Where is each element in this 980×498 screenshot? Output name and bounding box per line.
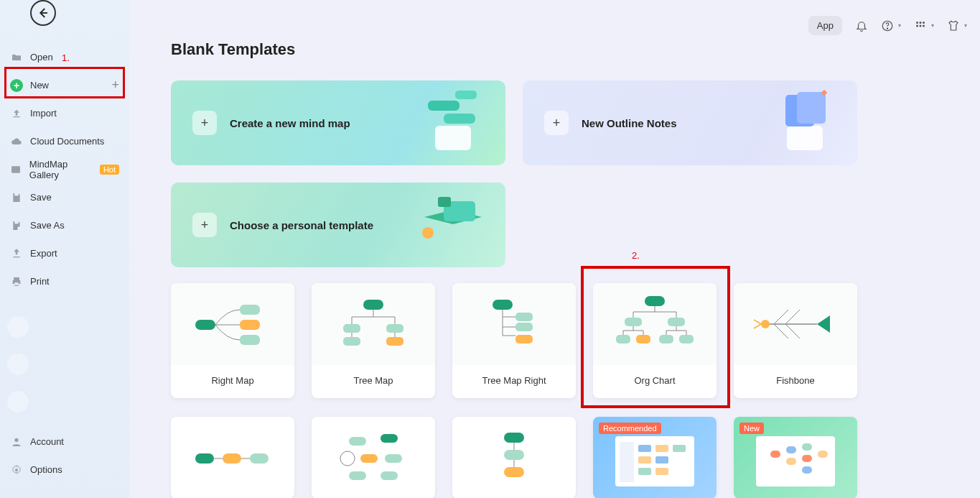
sidebar-item-new[interactable]: + New + xyxy=(0,71,129,99)
sidebar-item-import[interactable]: Import xyxy=(0,99,129,127)
template-label: Tree Map xyxy=(312,365,435,386)
template-bubble-map[interactable] xyxy=(312,417,435,498)
svg-rect-66 xyxy=(638,468,651,475)
svg-rect-40 xyxy=(668,318,685,326)
svg-rect-16 xyxy=(444,114,475,124)
template-label: Fishbone xyxy=(734,365,857,386)
template-recommended[interactable]: Recommended xyxy=(593,417,717,498)
chevron-down-icon: ▾ xyxy=(931,22,934,29)
top-toolbar: App ▾ ▾ ▾ xyxy=(808,16,967,35)
template-new[interactable]: New xyxy=(734,417,857,498)
sidebar-item-label: Save xyxy=(30,192,52,203)
svg-point-12 xyxy=(920,24,922,27)
template-tree-map[interactable]: Tree Map xyxy=(312,283,435,398)
svg-point-10 xyxy=(923,22,925,24)
sidebar-item-label: MindMap Gallery xyxy=(29,159,95,180)
card-label: Create a new mind map xyxy=(230,117,350,129)
svg-rect-60 xyxy=(620,442,634,482)
annotation-label-1: 1. xyxy=(62,52,70,63)
svg-rect-56 xyxy=(504,433,524,443)
template-vertical-map[interactable] xyxy=(452,417,576,498)
decoration-dot xyxy=(7,391,29,412)
template-preview xyxy=(171,283,294,365)
help-icon[interactable] xyxy=(881,19,894,32)
svg-rect-37 xyxy=(515,335,533,343)
svg-point-24 xyxy=(422,227,434,239)
svg-point-4 xyxy=(14,438,18,441)
svg-rect-17 xyxy=(455,91,477,99)
svg-rect-70 xyxy=(786,446,796,453)
card-illustration xyxy=(414,188,493,260)
svg-rect-2 xyxy=(14,221,18,223)
svg-rect-64 xyxy=(638,456,651,464)
svg-point-51 xyxy=(340,451,355,466)
card-new-outline-notes[interactable]: + New Outline Notes xyxy=(523,80,857,165)
shirt-icon[interactable] xyxy=(947,19,960,32)
svg-rect-23 xyxy=(438,197,451,207)
template-preview xyxy=(312,417,435,498)
template-preview xyxy=(312,283,435,365)
main-area: App ▾ ▾ ▾ Blank Templates + Create a new… xyxy=(129,0,980,498)
template-label: Right Map xyxy=(171,365,294,386)
decoration-dot xyxy=(7,354,29,375)
sidebar-item-save[interactable]: Save xyxy=(0,183,129,211)
template-org-chart[interactable]: Org Chart xyxy=(593,283,717,398)
svg-rect-69 xyxy=(770,451,780,458)
card-personal-template[interactable]: + Choose a personal template xyxy=(171,183,505,267)
svg-point-8 xyxy=(916,22,918,24)
template-preview xyxy=(734,417,857,498)
chevron-down-icon: ▾ xyxy=(898,22,901,29)
gallery-icon xyxy=(10,163,22,176)
template-fishbone[interactable]: Fishbone xyxy=(734,283,857,398)
sidebar-item-label: New xyxy=(30,80,49,91)
account-icon xyxy=(10,435,23,448)
svg-rect-31 xyxy=(386,324,403,333)
sidebar-item-label: Save As xyxy=(30,220,65,231)
sidebar-item-label: Options xyxy=(30,464,62,475)
svg-point-5 xyxy=(15,469,18,471)
section-title: Blank Templates xyxy=(171,40,295,59)
sidebar-item-options[interactable]: Options xyxy=(0,456,129,484)
sidebar-item-mindmap-gallery[interactable]: MindMap Gallery Hot xyxy=(0,155,129,183)
sidebar-item-cloud-documents[interactable]: Cloud Documents xyxy=(0,127,129,155)
svg-rect-52 xyxy=(360,454,378,463)
card-label: New Outline Notes xyxy=(582,117,677,129)
save-as-icon xyxy=(10,219,23,232)
svg-rect-49 xyxy=(349,437,366,446)
bell-icon[interactable] xyxy=(855,19,868,32)
decoration-dot xyxy=(7,316,29,338)
chevron-down-icon: ▾ xyxy=(964,22,967,29)
plus-icon: + xyxy=(544,111,569,135)
sidebar-item-print[interactable]: Print xyxy=(0,267,129,295)
back-button[interactable] xyxy=(30,0,56,26)
svg-rect-63 xyxy=(673,445,686,452)
app-button[interactable]: App xyxy=(808,16,842,35)
svg-rect-62 xyxy=(655,445,668,452)
template-tree-map-right[interactable]: Tree Map Right xyxy=(452,283,576,398)
svg-point-3 xyxy=(17,226,21,230)
sidebar-bottom: Account Options xyxy=(0,428,129,484)
folder-icon xyxy=(10,51,23,64)
template-preview xyxy=(171,417,294,498)
template-preview xyxy=(452,417,576,498)
plus-icon: + xyxy=(111,78,119,93)
sidebar: Open + New + Import Cloud Documents Mind… xyxy=(0,0,129,498)
template-preview xyxy=(734,283,857,365)
template-right-map[interactable]: Right Map xyxy=(171,283,294,398)
app-button-label: App xyxy=(817,20,834,31)
new-icon: + xyxy=(10,79,23,92)
grid-icon[interactable] xyxy=(914,19,927,32)
hot-badge: Hot xyxy=(100,165,119,175)
svg-rect-15 xyxy=(428,101,459,111)
sidebar-item-export[interactable]: Export xyxy=(0,239,129,267)
template-label: Org Chart xyxy=(593,365,717,386)
plus-icon: + xyxy=(192,111,217,135)
svg-rect-34 xyxy=(493,300,513,310)
annotation-label-2: 2. xyxy=(632,250,640,261)
svg-rect-47 xyxy=(223,453,241,464)
template-horizontal-map[interactable] xyxy=(171,417,294,498)
card-create-mind-map[interactable]: + Create a new mind map xyxy=(171,80,505,165)
sidebar-item-account[interactable]: Account xyxy=(0,428,129,456)
sidebar-item-save-as[interactable]: Save As xyxy=(0,211,129,239)
svg-rect-27 xyxy=(240,320,260,330)
